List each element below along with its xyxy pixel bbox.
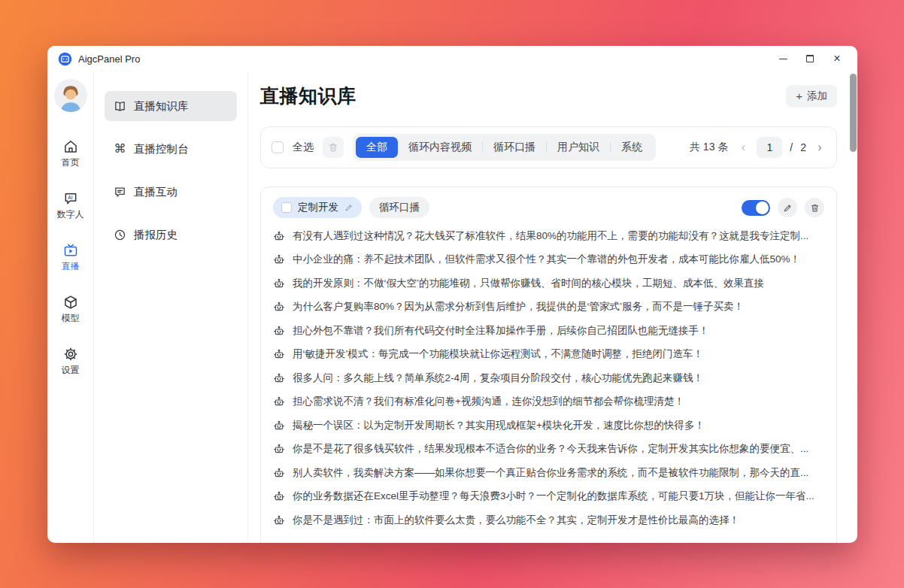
robot-icon: [273, 514, 285, 526]
settings-gear-icon: [63, 347, 78, 362]
next-page-icon[interactable]: ›: [814, 141, 826, 154]
trash-icon: [328, 142, 338, 153]
rail-item-digital-human[interactable]: AI 数字人: [50, 191, 92, 221]
delete-card-button[interactable]: [805, 198, 824, 217]
tab-system[interactable]: 系统: [611, 137, 653, 158]
knowledge-item-text: 揭秘一个误区：以为定制开发周期长？其实用现成框架+模块化开发，速度比你想的快得多…: [293, 419, 705, 432]
page-total: 2: [800, 141, 806, 153]
chat-icon: [114, 186, 126, 199]
rail-item-model[interactable]: 模型: [50, 295, 92, 325]
close-button[interactable]: ×: [827, 50, 847, 68]
subnav-label: 播报历史: [134, 228, 177, 242]
trash-icon: [810, 203, 820, 213]
robot-icon: [273, 348, 285, 360]
select-all-checkbox[interactable]: [272, 141, 284, 153]
plus-icon: +: [796, 90, 802, 102]
rail-label: 首页: [62, 156, 80, 169]
nav-rail: 首页 AI 数字人 直播: [47, 71, 94, 543]
robot-icon: [273, 301, 285, 313]
add-button[interactable]: + 添加: [786, 85, 837, 108]
knowledge-item[interactable]: 别人卖软件，我卖解决方案——如果你想要一个真正贴合你业务需求的系统，而不是被软件…: [273, 461, 824, 485]
toggle-knob: [756, 202, 769, 214]
scrollbar-thumb[interactable]: [850, 74, 857, 152]
enable-toggle[interactable]: [742, 200, 770, 216]
tag-custom-dev[interactable]: 定制开发: [273, 197, 362, 218]
edit-card-button[interactable]: [778, 198, 797, 217]
knowledge-item[interactable]: 你是不是花了很多钱买软件，结果发现根本不适合你的业务？今天我来告诉你，定制开发其…: [273, 438, 824, 462]
history-icon: [114, 229, 126, 241]
knowledge-item-text: 担心外包不靠谱？我们所有代码交付时全注释加操作手册，后续你自己招团队也能无缝接手…: [293, 324, 709, 338]
subnav-item-history[interactable]: 播报历史: [105, 220, 237, 250]
knowledge-item-text: 很多人问：多久能上线？简单系统2-4周，复杂项目分阶段交付，核心功能优先跑起来赚…: [293, 371, 703, 385]
knowledge-item[interactable]: 你是不是遇到过：市面上的软件要么太贵，要么功能不全？其实，定制开发才是性价比最高…: [273, 508, 824, 532]
knowledge-item[interactable]: 你的业务数据还在Excel里手动整理？每天浪费3小时？一个定制化的数据库系统，可…: [273, 485, 824, 509]
subnav-label: 直播控制台: [134, 142, 189, 156]
tab-user-knowledge[interactable]: 用户知识: [547, 137, 610, 158]
avatar[interactable]: [54, 79, 87, 112]
close-icon: ×: [833, 53, 840, 65]
minimize-icon: [779, 59, 787, 59]
rail-label: 直播: [62, 260, 80, 273]
tab-loop-video[interactable]: 循环内容视频: [398, 137, 482, 158]
tab-loop-speech[interactable]: 循环口播: [483, 137, 546, 158]
knowledge-item[interactable]: 有没有人遇到过这种情况？花大钱买了标准软件，结果80%的功能用不上，需要的功能却…: [273, 224, 824, 248]
knowledge-item[interactable]: 为什么客户复购率80%？因为从需求分析到售后维护，我提供的是‘管家式’服务，而不…: [273, 296, 824, 320]
knowledge-item-text: 我的开发原则：不做‘假大空’的功能堆砌，只做帮你赚钱、省时间的核心模块，工期短、…: [293, 277, 764, 290]
bulk-delete-button[interactable]: [323, 137, 344, 158]
minimize-button[interactable]: [773, 50, 793, 68]
card-checkbox[interactable]: [281, 202, 292, 213]
command-icon: ⌘: [114, 143, 126, 155]
subnav-item-knowledge-base[interactable]: 直播知识库: [105, 91, 237, 121]
page-title: 直播知识库: [260, 83, 356, 108]
knowledge-item-text: 你的业务数据还在Excel里手动整理？每天浪费3小时？一个定制化的数据库系统，可…: [293, 489, 815, 503]
edit-icon: [783, 203, 793, 213]
window-title: AigcPanel Pro: [78, 53, 140, 65]
svg-text:AI: AI: [68, 195, 72, 200]
titlebar: AigcPanel Pro ×: [47, 46, 857, 71]
subnav-item-interaction[interactable]: 直播互动: [105, 177, 237, 207]
robot-icon: [273, 443, 285, 455]
knowledge-item[interactable]: 担心外包不靠谱？我们所有代码交付时全注释加操作手册，后续你自己招团队也能无缝接手…: [273, 319, 824, 343]
robot-icon: [273, 420, 285, 432]
tab-all[interactable]: 全部: [356, 137, 398, 158]
rail-label: 数字人: [57, 208, 84, 221]
robot-icon: [273, 325, 285, 337]
select-all-label: 全选: [293, 141, 314, 154]
knowledge-item[interactable]: 很多人问：多久能上线？简单系统2-4周，复杂项目分阶段交付，核心功能优先跑起来赚…: [273, 366, 824, 390]
robot-icon: [273, 372, 285, 384]
filter-bar: 全选 全部 循环内容视频 循环口播 用户知识 系统 共 1: [260, 126, 837, 168]
knowledge-item[interactable]: 担心需求说不清？我们有标准化问卷+视频沟通，连你没想到的细节都会帮你梳理清楚！: [273, 390, 824, 414]
digital-human-icon: AI: [63, 191, 78, 206]
subnav: 直播知识库 ⌘ 直播控制台 直播互动 播报历史: [94, 71, 248, 543]
maximize-button[interactable]: [800, 50, 820, 68]
rail-item-settings[interactable]: 设置: [50, 347, 92, 377]
model-cube-icon: [63, 295, 78, 310]
tag-label: 定制开发: [298, 201, 338, 214]
live-tv-icon: [63, 243, 78, 258]
robot-icon: [273, 467, 285, 479]
home-icon: [63, 139, 78, 154]
robot-icon: [273, 490, 285, 502]
rail-item-home[interactable]: 首页: [50, 139, 92, 169]
book-icon: [114, 100, 126, 113]
pagination: ‹ 1 / 2 ›: [737, 137, 826, 158]
tag-loop-speech: 循环口播: [369, 197, 429, 218]
rail-item-live[interactable]: 直播: [50, 243, 92, 273]
robot-icon: [273, 253, 285, 265]
edit-icon[interactable]: [344, 203, 353, 212]
knowledge-item[interactable]: 我的开发原则：不做‘假大空’的功能堆砌，只做帮你赚钱、省时间的核心模块，工期短、…: [273, 271, 824, 296]
robot-icon: [273, 396, 285, 408]
knowledge-item[interactable]: 揭秘一个误区：以为定制开发周期长？其实用现成框架+模块化开发，速度比你想的快得多…: [273, 414, 824, 438]
main-content: 直播知识库 + 添加 全选 全部 循环内容视频 循环口: [248, 71, 857, 543]
robot-icon: [273, 277, 285, 289]
knowledge-item-text: 中小企业的痛：养不起技术团队，但软件需求又很个性？其实一个靠谱的外包开发者，成本…: [293, 253, 800, 266]
knowledge-item[interactable]: 用‘敏捷开发’模式：每完成一个功能模块就让你远程测试，不满意随时调整，拒绝闭门造…: [273, 343, 824, 367]
subnav-item-console[interactable]: ⌘ 直播控制台: [105, 134, 237, 164]
total-count: 共 13 条: [690, 141, 728, 154]
maximize-icon: [806, 55, 814, 62]
knowledge-item-text: 你是不是花了很多钱买软件，结果发现根本不适合你的业务？今天我来告诉你，定制开发其…: [293, 442, 808, 456]
app-window: AigcPanel Pro × 首页: [47, 46, 857, 543]
knowledge-items: 有没有人遇到过这种情况？花大钱买了标准软件，结果80%的功能用不上，需要的功能却…: [273, 224, 824, 532]
knowledge-item[interactable]: 中小企业的痛：养不起技术团队，但软件需求又很个性？其实一个靠谱的外包开发者，成本…: [273, 248, 824, 272]
prev-page-icon[interactable]: ‹: [737, 141, 749, 154]
